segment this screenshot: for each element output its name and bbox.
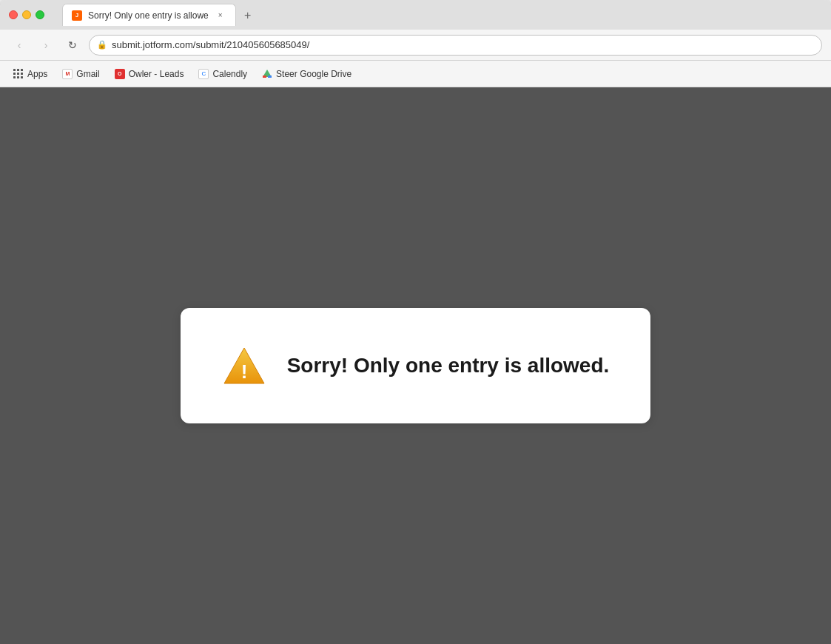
url-text: submit.jotform.com/submit/21040560568504… <box>112 39 814 50</box>
jotform-icon: J <box>72 10 82 21</box>
bookmark-gmail-label: Gmail <box>76 69 99 79</box>
page-content: ! Sorry! Only one entry is allowed. <box>0 87 831 644</box>
tab-bar: J Sorry! Only one entry is allowe × + <box>56 4 822 26</box>
forward-button[interactable]: › <box>36 35 56 56</box>
gmail-icon: M <box>62 69 73 79</box>
owler-icon: O <box>115 69 125 79</box>
back-button[interactable]: ‹ <box>9 35 30 56</box>
bookmark-drive-label: Steer Google Drive <box>276 69 351 79</box>
title-bar: J Sorry! Only one entry is allowe × + <box>0 0 831 30</box>
bookmark-calendly[interactable]: C Calendly <box>192 67 253 81</box>
error-message-text: Sorry! Only one entry is allowed. <box>287 354 610 377</box>
owler-favicon: O <box>115 69 125 79</box>
bookmark-calendly-label: Calendly <box>212 69 247 79</box>
error-message: Sorry! Only one entry is allowed. <box>287 352 610 379</box>
warning-icon-container: ! <box>222 343 266 388</box>
calendly-icon: C <box>198 69 209 79</box>
navigation-bar: ‹ › ↻ 🔒 submit.jotform.com/submit/210405… <box>0 30 831 61</box>
maximize-button[interactable] <box>36 10 44 19</box>
svg-text:!: ! <box>240 360 247 383</box>
svg-rect-2 <box>263 76 266 78</box>
bookmark-gmail[interactable]: M Gmail <box>56 67 105 81</box>
new-tab-button[interactable]: + <box>238 5 258 26</box>
close-button[interactable] <box>9 10 18 19</box>
bookmark-drive[interactable]: Steer Google Drive <box>256 67 357 81</box>
active-tab[interactable]: J Sorry! Only one entry is allowe × <box>62 4 236 26</box>
bookmark-apps-label: Apps <box>27 69 47 79</box>
address-bar[interactable]: 🔒 submit.jotform.com/submit/210405605685… <box>89 35 822 56</box>
svg-rect-3 <box>268 76 272 78</box>
gmail-favicon: M <box>62 69 73 79</box>
bookmarks-bar: Apps M Gmail O Owler - Leads C Calendly <box>0 61 831 87</box>
bookmark-apps[interactable]: Apps <box>7 67 53 81</box>
warning-triangle-icon: ! <box>223 346 266 385</box>
traffic-lights <box>9 10 44 19</box>
tab-close-button[interactable]: × <box>215 10 226 21</box>
drive-favicon <box>262 69 272 79</box>
apps-favicon <box>13 69 24 79</box>
browser-window: J Sorry! Only one entry is allowe × + ‹ … <box>0 0 831 644</box>
error-card: ! Sorry! Only one entry is allowed. <box>181 308 651 423</box>
bookmark-owler[interactable]: O Owler - Leads <box>109 67 190 81</box>
tab-favicon: J <box>72 10 82 21</box>
reload-button[interactable]: ↻ <box>62 35 83 56</box>
bookmark-owler-label: Owler - Leads <box>129 69 184 79</box>
apps-grid-icon <box>13 69 24 79</box>
lock-icon: 🔒 <box>97 40 107 50</box>
minimize-button[interactable] <box>22 10 31 19</box>
drive-icon <box>262 69 272 79</box>
calendly-favicon: C <box>198 69 209 79</box>
tab-title: Sorry! Only one entry is allowe <box>88 10 209 21</box>
